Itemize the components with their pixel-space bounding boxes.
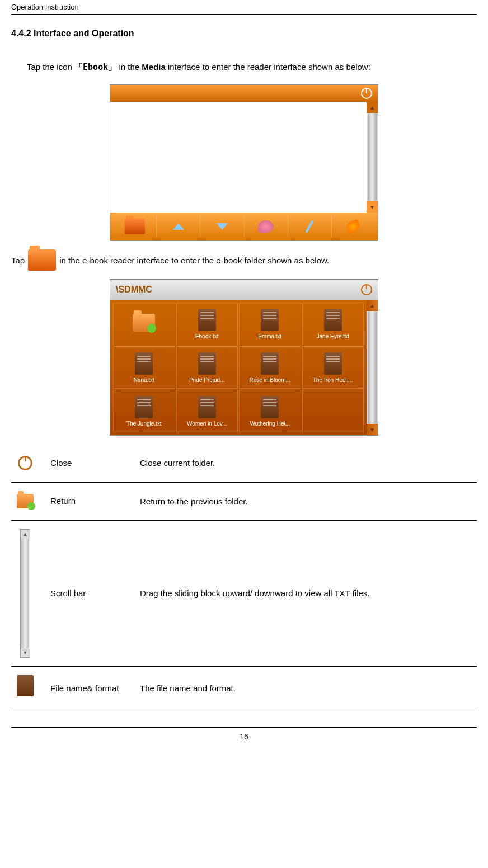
- scrollbar-icon: ▲ ▼: [20, 529, 30, 658]
- file-label: Emma.txt: [258, 333, 281, 339]
- file-label: Jane Eyre.txt: [317, 333, 349, 339]
- document-icon: [324, 352, 342, 375]
- page-number: 16: [11, 727, 477, 741]
- table-row: Return Return to the previous folder.: [11, 483, 477, 521]
- file-item[interactable]: Rose in Bloom...: [239, 346, 301, 389]
- row-name: File name& format: [50, 680, 129, 697]
- file-label: The Iron Heel....: [313, 377, 353, 383]
- page-header: Operation Instruction: [11, 0, 477, 15]
- power-icon[interactable]: [361, 284, 372, 295]
- scroll-up-arrow-icon: ▲: [21, 530, 30, 539]
- scroll-track[interactable]: [367, 113, 378, 201]
- file-label: The Jungle.txt: [126, 421, 162, 427]
- file-item[interactable]: Jane Eyre.txt: [302, 303, 364, 345]
- reader-content-area: [110, 102, 367, 213]
- tap-prefix: Tap: [11, 256, 25, 265]
- browser-scrollbar[interactable]: ▲ ▼: [367, 300, 378, 435]
- scroll-up-arrow-icon[interactable]: ▲: [367, 102, 378, 113]
- file-item[interactable]: The Jungle.txt: [113, 390, 175, 432]
- butterfly-button[interactable]: [332, 215, 375, 238]
- file-item[interactable]: Emma.txt: [239, 303, 301, 345]
- screenshot-reader-empty: ▲ ▼: [110, 84, 378, 241]
- return-folder-icon: [133, 314, 155, 332]
- document-icon: [135, 396, 153, 418]
- file-label: Ebook.txt: [195, 333, 219, 339]
- para1-prefix: Tap the icon: [27, 62, 74, 72]
- return-folder[interactable]: [113, 303, 175, 345]
- section-title: 4.4.2 Interface and Operation: [11, 29, 477, 39]
- page-down-button[interactable]: [200, 215, 244, 238]
- file-label: Women in Lov...: [187, 421, 227, 427]
- scroll-track[interactable]: [367, 311, 378, 424]
- document-icon: [135, 352, 153, 375]
- table-row: ▲ ▼ Scroll bar Drag the sliding block up…: [11, 521, 477, 667]
- file-label: Pride Prejud...: [189, 377, 224, 383]
- document-icon: [261, 309, 279, 331]
- reference-table: Close Close current folder. Return Retur…: [11, 444, 477, 710]
- table-row: Ebook.txt File name& format The file nam…: [11, 667, 477, 710]
- file-item[interactable]: Nana.txt: [113, 346, 175, 389]
- scroll-down-arrow-icon[interactable]: ▼: [367, 424, 378, 435]
- paragraph-2: Tap in the e-book reader interface to en…: [11, 249, 477, 271]
- row-name: Close: [50, 455, 129, 471]
- return-icon: [17, 494, 34, 508]
- file-label: Wuthering Hei...: [250, 421, 290, 427]
- file-icon-wrapper: Ebook.txt: [17, 675, 34, 701]
- row-name: Return: [50, 493, 129, 510]
- reader-scrollbar[interactable]: ▲ ▼: [367, 102, 378, 213]
- palette-icon: [258, 220, 274, 233]
- file-item-empty: [302, 390, 364, 432]
- file-icon-label: Ebook.txt: [17, 697, 34, 701]
- folder-icon: [28, 249, 56, 271]
- scroll-thumb[interactable]: [368, 113, 377, 201]
- paragraph-1: Tap the icon 「Ebook」 in the Media interf…: [11, 55, 477, 79]
- document-icon: [324, 309, 342, 331]
- folder-icon: [125, 219, 145, 234]
- file-item[interactable]: Women in Lov...: [176, 390, 238, 432]
- document-icon: [261, 352, 279, 375]
- file-item[interactable]: Ebook.txt: [176, 303, 238, 345]
- row-name: Scroll bar: [50, 585, 129, 602]
- reader-toolbar: [110, 213, 378, 240]
- power-icon[interactable]: [361, 88, 372, 99]
- breadcrumb: \SDMMC: [116, 285, 152, 295]
- para1-middle: in the: [116, 62, 142, 72]
- arrow-down-icon: [217, 223, 228, 230]
- scroll-down-arrow-icon[interactable]: ▼: [367, 201, 378, 213]
- file-item[interactable]: Pride Prejud...: [176, 346, 238, 389]
- scroll-up-arrow-icon[interactable]: ▲: [367, 300, 378, 311]
- scroll-down-arrow-icon: ▼: [21, 648, 30, 657]
- document-icon: [198, 396, 216, 418]
- browser-topbar: \SDMMC: [110, 280, 378, 300]
- document-icon: [198, 352, 216, 375]
- row-desc: Drag the sliding block upward/ downward …: [140, 583, 477, 604]
- para1-suffix: interface to enter the reader interface …: [166, 62, 370, 72]
- file-label: Nana.txt: [134, 377, 154, 383]
- scroll-thumb[interactable]: [368, 311, 377, 424]
- table-row: Close Close current folder.: [11, 444, 477, 483]
- document-icon: [17, 675, 34, 696]
- row-desc: Close current folder.: [140, 452, 477, 474]
- document-icon: [198, 309, 216, 331]
- ebook-label: 「Ebook」: [74, 62, 116, 72]
- row-desc: Return to the previous folder.: [140, 491, 477, 512]
- page-up-button[interactable]: [157, 215, 200, 238]
- brush-icon: [306, 220, 314, 233]
- file-grid: Ebook.txt Emma.txt Jane Eyre.txt Nana.tx…: [110, 300, 367, 435]
- tap-suffix: in the e-book reader interface to enter …: [59, 256, 329, 265]
- file-label: Rose in Bloom...: [250, 377, 290, 383]
- arrow-up-icon: [173, 223, 184, 230]
- folder-button[interactable]: [113, 215, 157, 238]
- reader-topbar: [110, 85, 378, 102]
- close-icon: [18, 456, 32, 470]
- theme-button[interactable]: [245, 215, 288, 238]
- media-bold: Media: [142, 62, 166, 72]
- document-icon: [261, 396, 279, 418]
- screenshot-folder-browser: \SDMMC Ebook.txt Emma.txt Jane Eyre.txt: [110, 279, 378, 436]
- brush-button[interactable]: [288, 215, 332, 238]
- file-item[interactable]: The Iron Heel....: [302, 346, 364, 389]
- butterfly-icon: [345, 219, 362, 234]
- file-item[interactable]: Wuthering Hei...: [239, 390, 301, 432]
- row-desc: The file name and format.: [140, 678, 477, 699]
